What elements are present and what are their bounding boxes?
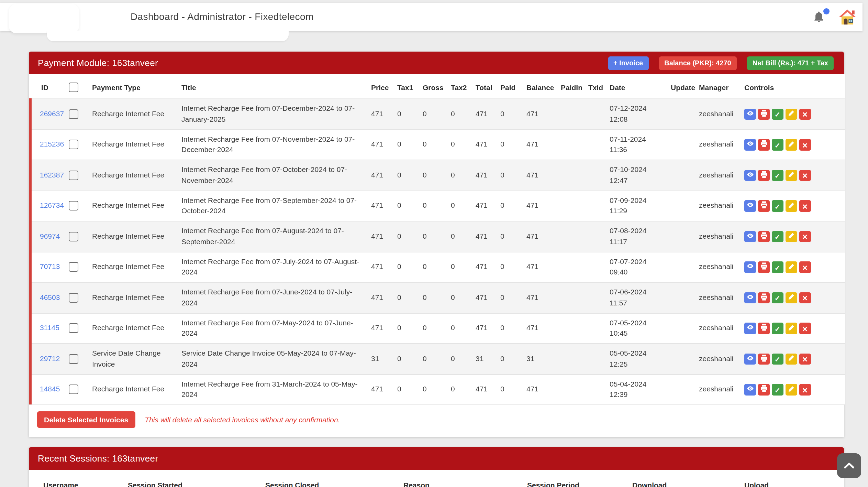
row-checkbox[interactable]: [69, 140, 78, 150]
approve-button[interactable]: ✓: [772, 292, 783, 303]
notifications-button[interactable]: [813, 10, 828, 25]
edit-button[interactable]: [786, 384, 797, 395]
view-button[interactable]: [744, 170, 756, 181]
invoice-id-link[interactable]: 126734: [40, 201, 64, 209]
approve-button[interactable]: ✓: [772, 139, 783, 150]
edit-button[interactable]: [786, 108, 797, 120]
add-invoice-button[interactable]: + Invoice: [608, 56, 648, 70]
delete-button[interactable]: ✕: [799, 323, 811, 334]
invoice-id-link[interactable]: 29712: [40, 354, 60, 362]
view-button[interactable]: [744, 323, 756, 334]
row-checkbox[interactable]: [69, 109, 78, 119]
approve-button[interactable]: ✓: [772, 384, 783, 395]
approve-button[interactable]: ✓: [772, 353, 783, 365]
eye-icon: [746, 323, 754, 334]
edit-button[interactable]: [786, 139, 797, 150]
balance-badge[interactable]: Balance (PKR): 4270: [659, 56, 737, 70]
row-checkbox[interactable]: [69, 232, 78, 241]
invoice-id-link[interactable]: 96974: [40, 232, 60, 240]
edit-button[interactable]: [786, 170, 797, 181]
controls-cell: ✓✕: [740, 221, 845, 252]
print-button[interactable]: [758, 384, 769, 395]
scroll-to-top-button[interactable]: [837, 453, 861, 478]
sessions-column-header-session-period: Session Period: [527, 481, 579, 487]
delete-button[interactable]: ✕: [799, 108, 811, 120]
row-checkbox[interactable]: [69, 293, 78, 303]
total-cell: 471: [471, 129, 496, 160]
payment-type-cell: Recharge Internet Fee: [88, 160, 177, 191]
print-button[interactable]: [758, 200, 769, 212]
view-button[interactable]: [744, 261, 756, 273]
printer-icon: [760, 354, 768, 364]
print-button[interactable]: [758, 323, 769, 334]
invoice-id-cell: 46503: [30, 282, 65, 313]
date-cell: 05-05-202412:25: [605, 344, 667, 374]
update-cell: [667, 191, 695, 221]
checkbox-cell: [65, 221, 88, 252]
price-cell: 471: [367, 374, 393, 404]
delete-button[interactable]: ✕: [799, 139, 811, 150]
total-cell: 471: [471, 221, 496, 252]
invoice-id-link[interactable]: 31145: [40, 324, 59, 332]
delete-button[interactable]: ✕: [799, 292, 811, 303]
edit-button[interactable]: [786, 231, 797, 242]
edit-button[interactable]: [786, 200, 797, 212]
net-bill-badge[interactable]: Net Bill (Rs.): 471 + Tax: [747, 56, 834, 70]
edit-button[interactable]: [786, 261, 797, 273]
invoice-id-link[interactable]: 46503: [40, 293, 60, 301]
controls-cell: ✓✕: [740, 129, 845, 160]
view-button[interactable]: [744, 200, 756, 212]
update-cell: [667, 374, 695, 404]
controls-cell: ✓✕: [740, 160, 845, 191]
print-button[interactable]: [758, 139, 769, 150]
approve-button[interactable]: ✓: [772, 231, 783, 242]
print-button[interactable]: [758, 292, 769, 303]
approve-button[interactable]: ✓: [772, 261, 783, 273]
approve-button[interactable]: ✓: [772, 323, 783, 334]
edit-button[interactable]: [786, 292, 797, 303]
checkbox-cell: [65, 129, 88, 160]
select-all-checkbox[interactable]: [69, 83, 78, 92]
view-button[interactable]: [744, 353, 756, 365]
print-button[interactable]: [758, 170, 769, 181]
delete-button[interactable]: ✕: [799, 231, 811, 242]
invoice-id-link[interactable]: 269637: [40, 109, 64, 118]
view-button[interactable]: [744, 108, 756, 120]
total-cell: 471: [471, 374, 496, 404]
printer-icon: [760, 201, 768, 211]
view-button[interactable]: [744, 139, 756, 150]
delete-button[interactable]: ✕: [799, 261, 811, 273]
invoice-id-link[interactable]: 162387: [40, 171, 64, 179]
row-checkbox[interactable]: [69, 354, 78, 364]
row-checkbox[interactable]: [69, 324, 78, 333]
view-button[interactable]: [744, 231, 756, 242]
delete-selected-invoices-button[interactable]: Delete Selected Invoices: [37, 411, 135, 428]
invoice-id-link[interactable]: 215236: [40, 140, 64, 148]
delete-button[interactable]: ✕: [799, 353, 811, 365]
delete-button[interactable]: ✕: [799, 200, 811, 212]
gross-cell: 0: [419, 344, 447, 374]
approve-button[interactable]: ✓: [772, 108, 783, 120]
txid-cell: [584, 252, 605, 282]
print-button[interactable]: [758, 261, 769, 273]
view-button[interactable]: [744, 384, 756, 395]
home-button[interactable]: [838, 9, 856, 25]
delete-button[interactable]: ✕: [799, 384, 811, 395]
tax1-cell: 0: [393, 313, 419, 344]
invoice-id-link[interactable]: 14845: [40, 385, 60, 393]
approve-button[interactable]: ✓: [772, 200, 783, 212]
row-checkbox[interactable]: [69, 385, 78, 394]
approve-button[interactable]: ✓: [772, 170, 783, 181]
view-button[interactable]: [744, 292, 756, 303]
print-button[interactable]: [758, 353, 769, 365]
row-checkbox[interactable]: [69, 171, 78, 180]
edit-button[interactable]: [786, 353, 797, 365]
print-button[interactable]: [758, 231, 769, 242]
print-button[interactable]: [758, 108, 769, 120]
row-checkbox[interactable]: [69, 201, 78, 211]
row-checkbox[interactable]: [69, 262, 78, 272]
x-icon: ✕: [802, 170, 808, 181]
invoice-id-link[interactable]: 70713: [40, 262, 60, 271]
edit-button[interactable]: [786, 323, 797, 334]
delete-button[interactable]: ✕: [799, 170, 811, 181]
